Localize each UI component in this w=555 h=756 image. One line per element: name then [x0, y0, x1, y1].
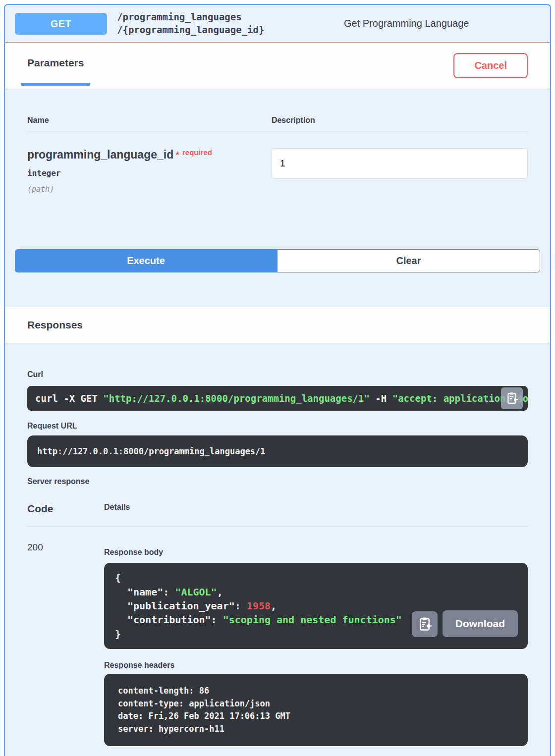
- request-url-value: http://127.0.0.1:8000/programming_langua…: [27, 435, 528, 467]
- response-headers-block: content-length: 86 content-type: applica…: [104, 674, 528, 746]
- http-method-badge: GET: [15, 13, 107, 35]
- parameter-location: (path): [27, 185, 272, 194]
- operation-block-get: GET /programming_languages /{programming…: [4, 4, 551, 756]
- json-key: "contribution": [127, 614, 211, 626]
- json-key: "name": [127, 586, 163, 598]
- execute-button[interactable]: Execute: [15, 249, 277, 272]
- json-separator: :: [163, 586, 175, 598]
- json-key: "publication_year": [127, 600, 235, 612]
- description-column-header: Description: [272, 116, 528, 125]
- parameter-type: integer: [27, 168, 272, 178]
- curl-command-block: curl -X GET "http://127.0.0.1:8000/progr…: [27, 386, 528, 411]
- response-body-label: Response body: [104, 548, 528, 557]
- responses-section-header: Responses: [5, 307, 550, 343]
- copy-to-clipboard-button[interactable]: [501, 387, 523, 409]
- server-response-row: 200 Response body { "name": "ALGOL", "pu…: [27, 527, 528, 746]
- curl-label: Curl: [27, 370, 528, 379]
- server-response-label: Server response: [27, 477, 528, 486]
- parameter-meta: programming_language_id*required integer…: [27, 148, 272, 194]
- clipboard-copy-icon: [505, 391, 518, 406]
- parameters-table-head: Name Description: [27, 89, 528, 134]
- request-url-label: Request URL: [27, 422, 528, 431]
- details-column-header: Details: [104, 503, 528, 515]
- cancel-button[interactable]: Cancel: [453, 53, 528, 78]
- json-separator: :: [235, 600, 247, 612]
- operation-description: Get Programming Language: [335, 18, 540, 29]
- response-headers-label: Response headers: [104, 661, 528, 670]
- server-response-table-head: Code Details: [27, 503, 528, 527]
- parameters-body: Name Description programming_language_id…: [5, 89, 550, 194]
- parameters-title: Parameters: [27, 57, 84, 69]
- parameters-section-header: Parameters Cancel: [5, 43, 550, 89]
- response-details-cell: Response body { "name": "ALGOL", "public…: [104, 542, 528, 746]
- json-line: "name": "ALGOL",: [115, 585, 517, 599]
- download-button[interactable]: Download: [443, 610, 518, 637]
- endpoint-path-line2: /{programming_language_id}: [117, 24, 335, 37]
- response-header-line: content-type: application/json: [118, 698, 514, 710]
- code-column-header: Code: [27, 503, 104, 515]
- json-string-value: "scoping and nested functions": [223, 614, 402, 626]
- json-separator: :: [211, 614, 223, 626]
- json-comma: ,: [217, 586, 223, 598]
- endpoint-path: /programming_languages /{programming_lan…: [117, 11, 335, 36]
- curl-header-flag: -H: [370, 393, 392, 404]
- parameter-name-line: programming_language_id*required: [27, 148, 272, 162]
- execute-wrapper: Execute Clear: [5, 249, 550, 272]
- curl-url-string: "http://127.0.0.1:8000/programming_langu…: [103, 393, 370, 404]
- responses-body: Curl curl -X GET "http://127.0.0.1:8000/…: [5, 370, 550, 756]
- name-column-header: Name: [27, 116, 272, 125]
- parameter-name: programming_language_id: [27, 148, 173, 161]
- clipboard-copy-icon: [417, 616, 432, 633]
- status-code: 200: [27, 542, 104, 746]
- responses-title: Responses: [27, 319, 83, 331]
- tab-parameters[interactable]: Parameters: [21, 43, 90, 86]
- operation-summary[interactable]: GET /programming_languages /{programming…: [5, 5, 550, 43]
- curl-command-prefix: curl -X GET: [35, 393, 103, 404]
- required-asterisk: *: [175, 150, 179, 161]
- json-comma: ,: [271, 600, 277, 612]
- json-string-value: "ALGOL": [175, 586, 217, 598]
- parameter-value-input[interactable]: [272, 148, 528, 179]
- json-number-value: 1958: [247, 600, 271, 612]
- clear-button[interactable]: Clear: [277, 249, 540, 272]
- response-body-block: { "name": "ALGOL", "publication_year": 1…: [104, 563, 528, 649]
- json-open-brace: {: [115, 571, 517, 585]
- response-header-line: date: Fri,26 Feb 2021 17:06:13 GMT: [118, 710, 514, 723]
- parameter-value-cell: [272, 148, 528, 194]
- parameter-row: programming_language_id*required integer…: [27, 134, 528, 194]
- required-label: required: [182, 148, 212, 157]
- endpoint-path-line1: /programming_languages: [117, 11, 335, 24]
- copy-response-button[interactable]: [412, 611, 438, 637]
- response-header-line: server: hypercorn-h11: [118, 723, 514, 736]
- response-header-line: content-length: 86: [118, 685, 514, 698]
